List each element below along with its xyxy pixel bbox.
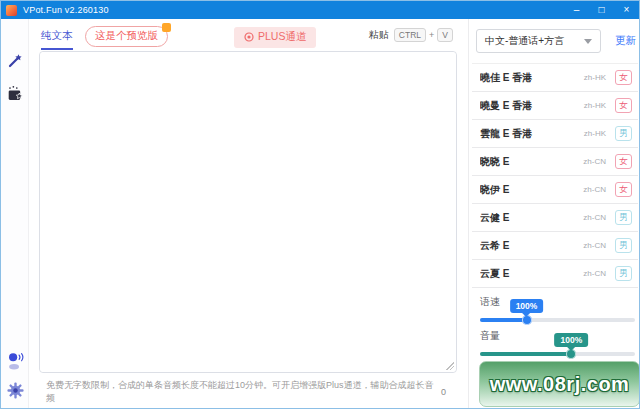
slider-track[interactable]: 100% (480, 352, 635, 356)
language-select-value: 中文-普通话+方言 (485, 34, 564, 48)
voice-name: 曉佳 E 香港 (480, 71, 584, 85)
watermark: www.08rj.com (479, 361, 640, 407)
language-row: 中文-普通话+方言 更新 (476, 29, 636, 53)
rate-slider: 语速 100% (480, 295, 635, 322)
clapperboard-icon[interactable] (1, 85, 29, 102)
voice-row[interactable]: 晓晓 E zh-CN 女 (472, 148, 638, 176)
app-window: VPot.Fun v2.260130 – □ × (0, 0, 640, 409)
slider-tooltip: 100% (555, 333, 589, 347)
voice-name: 晓伊 E (480, 183, 583, 197)
key-v: V (437, 28, 453, 42)
language-select[interactable]: 中文-普通话+方言 (476, 29, 601, 53)
slider-fill (480, 318, 527, 322)
chevron-down-icon (584, 39, 592, 44)
gender-badge: 男 (615, 126, 632, 141)
text-editor-box (39, 51, 457, 373)
limit-note: 免费无字数限制，合成的单条音频长度不能超过10分钟。可开启增强版Plus通道，辅… (46, 379, 441, 405)
gender-badge: 女 (615, 182, 632, 197)
sidebar (1, 19, 29, 409)
slider-fill (480, 352, 571, 356)
gender-badge: 女 (615, 70, 632, 85)
voice-row[interactable]: 云希 E zh-CN 男 (472, 232, 638, 260)
watermark-text: www.08rj.com (490, 373, 630, 396)
notification-badge (162, 23, 171, 32)
slider-tooltip: 100% (510, 299, 544, 313)
voice-locale: zh-CN (583, 157, 606, 166)
resize-handle[interactable] (445, 361, 454, 370)
voice-locale: zh-CN (583, 185, 606, 194)
voice-panel: 中文-普通话+方言 更新 曉佳 E 香港 zh-HK 女 曉曼 E 香港 zh-… (468, 19, 640, 409)
gender-badge: 女 (615, 98, 632, 113)
slider-track[interactable]: 100% (480, 318, 635, 322)
voice-row[interactable]: 曉佳 E 香港 zh-HK 女 (472, 64, 638, 92)
titlebar: VPot.Fun v2.260130 – □ × (1, 1, 639, 19)
main-area: 纯文本 这是个预览版 PLUS通道 粘贴 CTRL + V (29, 19, 467, 409)
voice-name: 曉曼 E 香港 (480, 99, 584, 113)
voice-locale: zh-HK (584, 101, 606, 110)
preview-version-button[interactable]: 这是个预览版 (85, 26, 168, 47)
paste-label: 粘贴 (369, 28, 389, 42)
key-plus-sign: + (429, 30, 434, 40)
magic-wand-icon[interactable] (1, 52, 29, 69)
rate-label: 语速 (480, 295, 635, 309)
editor-footer: 免费无字数限制，合成的单条音频长度不能超过10分钟。可开启增强版Plus通道，辅… (46, 379, 446, 405)
settings-gear-icon[interactable] (1, 382, 29, 399)
gender-badge: 男 (615, 210, 632, 225)
preview-version-label: 这是个预览版 (95, 29, 158, 41)
voice-row[interactable]: 云健 E zh-CN 男 (472, 204, 638, 232)
plus-channel-icon (244, 32, 254, 42)
voice-locale: zh-HK (584, 129, 606, 138)
tabbar: 纯文本 这是个预览版 PLUS通道 粘贴 CTRL + V (29, 26, 467, 52)
key-ctrl: CTRL (394, 28, 426, 42)
voice-speaker-icon[interactable] (1, 351, 29, 372)
voice-name: 云夏 E (480, 267, 583, 281)
voice-name: 晓晓 E (480, 155, 583, 169)
voice-locale: zh-CN (583, 213, 606, 222)
plus-channel-button[interactable]: PLUS通道 (234, 27, 316, 48)
voice-row[interactable]: 云夏 E zh-CN 男 (472, 260, 638, 288)
minimize-button[interactable]: – (564, 1, 589, 19)
window-title: VPot.Fun v2.260130 (23, 5, 109, 15)
voice-locale: zh-HK (584, 73, 606, 82)
update-link[interactable]: 更新 (615, 34, 636, 48)
volume-slider: 音量 100% (480, 329, 635, 356)
voice-locale: zh-CN (583, 269, 606, 278)
voice-name: 雲龍 E 香港 (480, 127, 584, 141)
voice-row[interactable]: 晓伊 E zh-CN 女 (472, 176, 638, 204)
voice-locale: zh-CN (583, 241, 606, 250)
tab-plain-text[interactable]: 纯文本 (41, 29, 73, 50)
voice-name: 云希 E (480, 239, 583, 253)
gender-badge: 男 (615, 238, 632, 253)
app-icon (6, 5, 17, 16)
window-controls: – □ × (564, 1, 639, 19)
voice-list: 曉佳 E 香港 zh-HK 女 曉曼 E 香港 zh-HK 女 雲龍 E 香港 … (472, 63, 638, 288)
plus-channel-label: PLUS通道 (258, 30, 306, 44)
voice-row[interactable]: 雲龍 E 香港 zh-HK 男 (472, 120, 638, 148)
gender-badge: 男 (615, 266, 632, 281)
paste-shortcut[interactable]: 粘贴 CTRL + V (369, 28, 453, 42)
char-count: 0 (441, 387, 446, 397)
gender-badge: 女 (615, 154, 632, 169)
voice-row[interactable]: 曉曼 E 香港 zh-HK 女 (472, 92, 638, 120)
text-input[interactable] (40, 52, 456, 372)
maximize-button[interactable]: □ (589, 1, 614, 19)
voice-name: 云健 E (480, 211, 583, 225)
close-button[interactable]: × (614, 1, 639, 19)
